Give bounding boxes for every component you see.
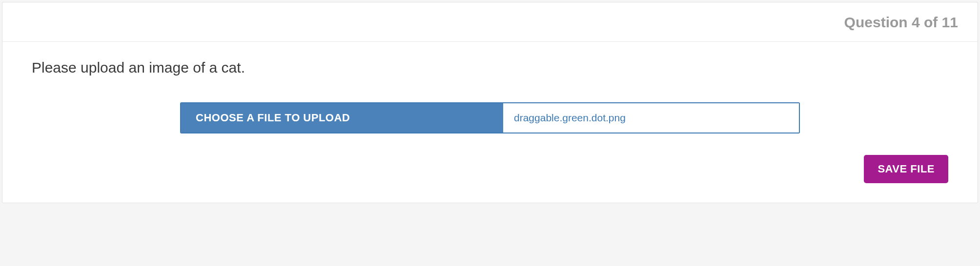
card-body: Please upload an image of a cat. CHOOSE … — [2, 42, 978, 203]
choose-file-button[interactable]: CHOOSE A FILE TO UPLOAD — [181, 103, 503, 133]
question-prompt: Please upload an image of a cat. — [32, 59, 948, 76]
question-counter: Question 4 of 11 — [844, 14, 958, 31]
card-footer: SAVE FILE — [32, 155, 948, 183]
filename-input[interactable] — [503, 103, 799, 133]
save-file-button[interactable]: SAVE FILE — [864, 155, 948, 183]
file-upload-row: CHOOSE A FILE TO UPLOAD — [180, 102, 800, 133]
card-header: Question 4 of 11 — [2, 2, 978, 42]
question-card: Question 4 of 11 Please upload an image … — [2, 2, 978, 203]
